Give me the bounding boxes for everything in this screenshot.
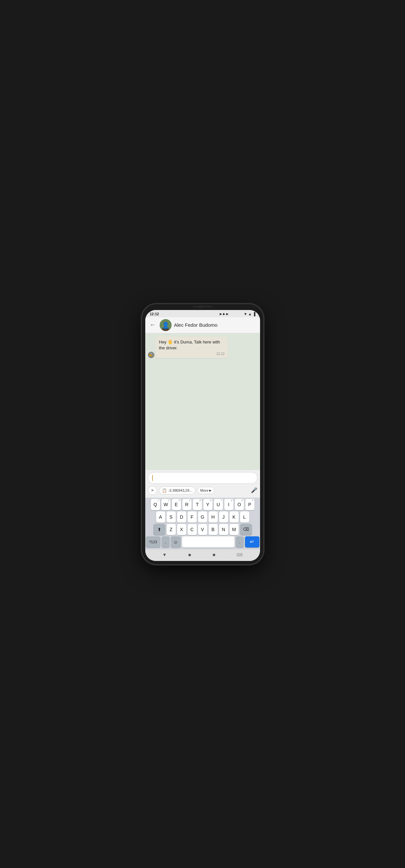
status-icons: ▶ ▶ ▶ ▼ ▲ ▐ [220,312,255,316]
keyboard: 1Q 2W 3E 4R 5T 6Y 7U 8I 9O 0P A S D F G … [145,498,260,550]
media-icon-2: ▶ [223,312,225,316]
period-key[interactable]: . [236,536,244,548]
phone-screen: 12:12 ▶ ▶ ▶ ▼ ▲ ▐ ← [145,310,260,561]
status-bar: 12:12 ▶ ▶ ▶ ▼ ▲ ▐ [145,310,260,317]
symbols-label: ?123 [149,540,157,544]
svg-point-1 [163,321,168,326]
avatar [160,319,172,331]
text-input-container[interactable] [148,472,257,484]
period-label: . [239,540,240,544]
back-button[interactable]: ← [149,321,157,329]
delete-key[interactable]: ⌫ [240,524,252,535]
keyboard-row-4: ?123 , ☺ . ↵ [146,536,259,548]
key-P[interactable]: 0P [245,499,254,510]
keyboard-row-1: 1Q 2W 3E 4R 5T 6Y 7U 8I 9O 0P [146,499,259,510]
message-row: 🐝 Hey 🖐 it's Duma, Talk here with the dr… [148,337,257,358]
wifi-icon: ▼ [244,312,247,316]
key-G[interactable]: G [198,512,207,523]
microphone-button[interactable]: 🎤 [251,487,257,493]
enter-key[interactable]: ↵ [245,536,259,548]
key-L[interactable]: L [240,512,249,523]
battery-icon: ▐ [253,312,255,316]
key-T[interactable]: 5T [193,499,202,510]
svg-rect-3 [164,328,167,329]
more-suggestion[interactable]: More ▶ [197,487,215,494]
key-C[interactable]: C [188,524,197,535]
key-B[interactable]: B [209,524,218,535]
clipboard-icon: 📋 [162,488,167,493]
text-cursor [152,475,153,481]
key-F[interactable]: F [188,512,197,523]
key-Z[interactable]: Z [166,524,176,535]
key-A[interactable]: A [156,512,165,523]
suggestions-bar: > 📋 -3.386943,29... More ▶ 🎤 [148,485,257,496]
key-R[interactable]: 4R [182,499,191,510]
key-D[interactable]: D [177,512,186,523]
comma-label: , [165,540,166,544]
delete-icon: ⌫ [243,527,249,532]
suggest-expand-button[interactable]: > [148,486,157,495]
chat-area: 🐝 Hey 🖐 it's Duma, Talk here with the dr… [145,333,260,470]
nav-keyboard-icon: ⌨ [237,552,243,557]
emoji-key[interactable]: ☺ [171,536,181,548]
bee-emoji: 🐝 [149,353,153,357]
key-Y[interactable]: 6Y [203,499,213,510]
media-icon-1: ▶ [220,312,222,316]
mic-icon: 🎤 [251,488,257,493]
key-U[interactable]: 7U [214,499,223,510]
key-V[interactable]: V [198,524,207,535]
contact-name: Alec Fedor Budomo [174,322,218,328]
arrow-icon: > [151,488,153,493]
nav-recents-button[interactable]: ■ [213,552,215,557]
key-O[interactable]: 9O [235,499,244,510]
key-J[interactable]: J [219,512,228,523]
message-time: 12:12 [159,352,225,356]
avatar-svg [160,319,172,331]
keyboard-row-3: ⬆ Z X C V B N M ⌫ [146,524,259,535]
enter-icon: ↵ [250,539,254,545]
emoji-icon: ☺ [173,539,178,545]
key-N[interactable]: N [219,524,228,535]
key-K[interactable]: K [229,512,239,523]
avatar-image [160,319,172,331]
comma-key[interactable]: , [162,536,169,548]
key-M[interactable]: M [229,524,239,535]
message-avatar: 🐝 [148,352,154,358]
message-text: Hey 🖐 it's Duma, Talk here with the driv… [159,339,225,351]
key-E[interactable]: 3E [172,499,181,510]
more-arrow-icon: ▶ [209,489,212,492]
clipboard-suggestion[interactable]: 📋 -3.386943,29... [159,487,195,494]
more-label: More [200,489,209,492]
shift-icon: ⬆ [157,527,161,532]
space-key[interactable] [182,536,235,548]
key-X[interactable]: X [177,524,186,535]
media-icon-3: ▶ [226,312,228,316]
shift-key[interactable]: ⬆ [153,524,165,535]
clipboard-text: -3.386943,29... [168,489,192,492]
key-W[interactable]: 2W [161,499,170,510]
key-I[interactable]: 8I [224,499,233,510]
message-bubble: Hey 🖐 it's Duma, Talk here with the driv… [156,337,228,358]
key-S[interactable]: S [166,512,176,523]
nav-back-button[interactable]: ▼ [162,552,167,557]
nav-home-button[interactable]: ● [188,552,191,558]
camera-notch [193,306,213,307]
input-area: > 📋 -3.386943,29... More ▶ 🎤 [145,470,260,498]
nav-bar: ▼ ● ■ ⌨ [145,550,260,561]
chat-header: ← Alec Fedor Budomo [145,317,260,333]
key-H[interactable]: H [209,512,218,523]
phone-frame: 12:12 ▶ ▶ ▶ ▼ ▲ ▐ ← [142,304,263,564]
keyboard-row-2: A S D F G H J K L [146,512,259,523]
symbols-key[interactable]: ?123 [146,536,160,548]
key-Q[interactable]: 1Q [151,499,160,510]
status-time: 12:12 [150,312,159,316]
signal-icon: ▲ [248,312,252,316]
